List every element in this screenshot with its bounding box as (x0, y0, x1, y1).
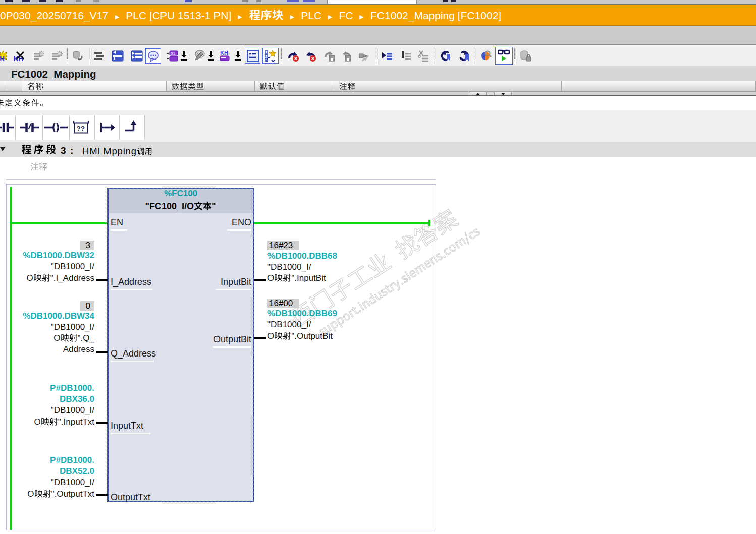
svg-text:??: ?? (77, 125, 85, 132)
svg-text:01: 01 (171, 51, 175, 56)
svg-text:KH: KH (220, 50, 228, 56)
svg-text:KH: KH (0, 55, 5, 62)
